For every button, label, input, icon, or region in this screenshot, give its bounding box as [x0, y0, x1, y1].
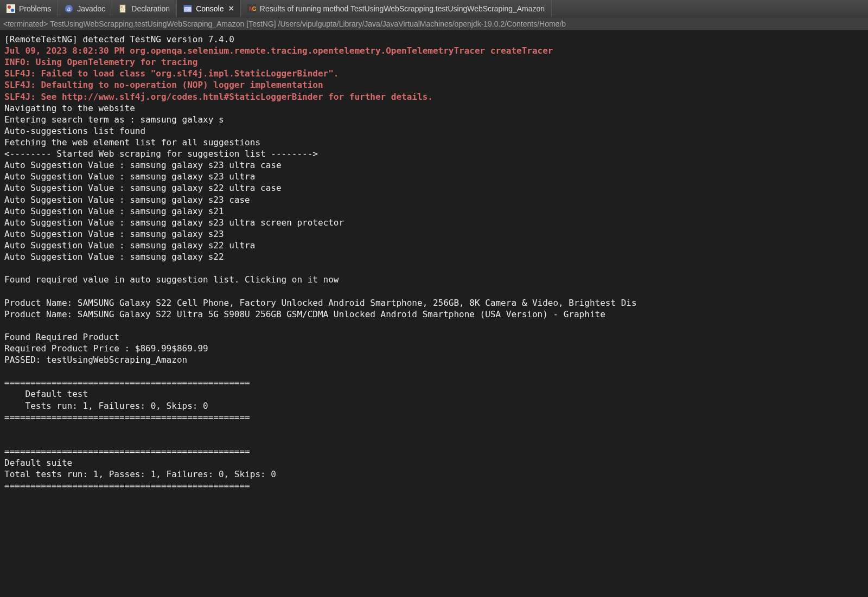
console-line: Found required value in auto suggestion … — [4, 274, 864, 285]
console-line: Navigating to the website — [4, 102, 864, 114]
testng-icon: N G — [247, 4, 256, 13]
svg-text:a: a — [67, 5, 71, 12]
console-line: PASSED: testUsingWebScraping_Amazon — [4, 354, 864, 365]
console-line: Default test — [4, 388, 864, 400]
tab-console[interactable]: Console × — [177, 0, 241, 17]
tab-label: Console — [196, 4, 224, 13]
svg-rect-0 — [7, 4, 15, 13]
console-line: Tests run: 1, Failures: 0, Skips: 0 — [4, 400, 864, 412]
console-line: Required Product Price : $869.99$869.99 — [4, 343, 864, 354]
console-line: [RemoteTestNG] detected TestNG version 7… — [4, 34, 864, 45]
console-line: Auto Suggestion Value : samsung galaxy s… — [4, 171, 864, 182]
tab-declaration[interactable]: Declaration — [112, 0, 177, 17]
console-line: Product Name: SAMSUNG Galaxy S22 Ultra 5… — [4, 309, 864, 320]
tab-label: Results of running method TestUsingWebSc… — [260, 4, 545, 13]
tab-label: Problems — [19, 4, 51, 13]
view-tabbar: Problems a Javadoc Declaration — [0, 0, 868, 17]
console-line — [4, 320, 864, 331]
console-line: Entering search term as : samsung galaxy… — [4, 114, 864, 125]
tab-results[interactable]: N G Results of running method TestUsingW… — [241, 0, 552, 17]
console-line — [4, 365, 864, 377]
console-line: Auto Suggestion Value : samsung galaxy s… — [4, 217, 864, 228]
declaration-icon — [119, 4, 127, 13]
console-line: ========================================… — [4, 377, 864, 388]
svg-rect-7 — [121, 9, 124, 9]
console-line: Auto Suggestion Value : samsung galaxy s… — [4, 228, 864, 240]
console-line: Default suite — [4, 457, 864, 468]
tab-javadoc[interactable]: a Javadoc — [58, 0, 112, 17]
problems-icon — [7, 4, 15, 13]
close-icon[interactable]: × — [229, 4, 234, 13]
console-line: Fetching the web element list for all su… — [4, 137, 864, 148]
console-line — [4, 434, 864, 446]
console-line: INFO: Using OpenTelemetry for tracing — [4, 56, 864, 68]
svg-text:G: G — [252, 6, 256, 12]
tab-label: Javadoc — [77, 4, 105, 13]
tab-problems[interactable]: Problems — [0, 0, 58, 17]
console-status-text: <terminated> TestUsingWebScrapping.testU… — [3, 20, 566, 28]
svg-rect-8 — [121, 10, 124, 10]
console-line — [4, 262, 864, 274]
svg-rect-12 — [185, 10, 187, 10]
console-line: ========================================… — [4, 412, 864, 423]
console-line: SLF4J: Defaulting to no-operation (NOP) … — [4, 79, 864, 91]
console-status: <terminated> TestUsingWebScrapping.testU… — [0, 17, 868, 30]
console-line — [4, 285, 864, 297]
console-output[interactable]: [RemoteTestNG] detected TestNG version 7… — [0, 30, 868, 597]
console-line: Auto Suggestion Value : samsung galaxy s… — [4, 194, 864, 206]
console-icon — [183, 4, 192, 13]
console-line: ========================================… — [4, 480, 864, 491]
svg-rect-11 — [185, 9, 188, 9]
console-line: Jul 09, 2023 8:02:30 PM org.openqa.selen… — [4, 45, 864, 56]
console-line: Auto Suggestion Value : samsung galaxy s… — [4, 251, 864, 262]
console-line: Total tests run: 1, Passes: 1, Failures:… — [4, 468, 864, 480]
console-line: Auto Suggestion Value : samsung galaxy s… — [4, 182, 864, 194]
svg-point-1 — [8, 5, 11, 9]
console-line: Product Name: SAMSUNG Galaxy S22 Cell Ph… — [4, 297, 864, 309]
javadoc-icon: a — [65, 4, 73, 13]
svg-rect-6 — [121, 7, 123, 8]
console-line — [4, 423, 864, 434]
tab-label: Declaration — [131, 4, 170, 13]
console-line: <-------- Started Web scraping for sugge… — [4, 148, 864, 159]
console-line: Auto Suggestion Value : samsung galaxy s… — [4, 159, 864, 171]
svg-rect-10 — [184, 5, 192, 7]
console-line: Auto Suggestion Value : samsung galaxy s… — [4, 206, 864, 217]
console-line: Auto-suggestions list found — [4, 125, 864, 137]
console-line: Auto Suggestion Value : samsung galaxy s… — [4, 240, 864, 251]
console-line: Found Required Product — [4, 331, 864, 343]
svg-point-2 — [11, 9, 14, 12]
console-line: SLF4J: Failed to load class "org.slf4j.i… — [4, 68, 864, 79]
console-line: SLF4J: See http://www.slf4j.org/codes.ht… — [4, 91, 864, 102]
console-line: ========================================… — [4, 446, 864, 457]
